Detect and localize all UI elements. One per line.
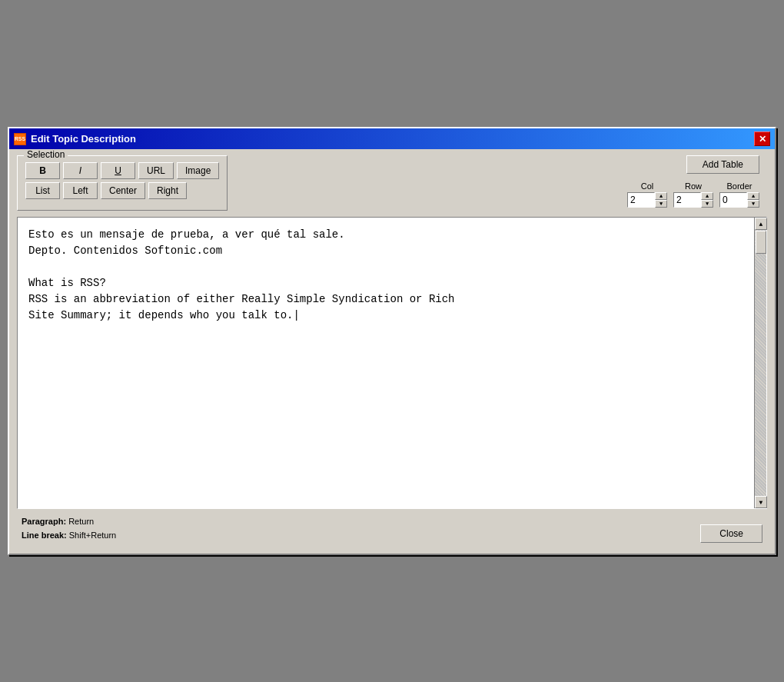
image-button[interactable]: Image [177,162,219,179]
border-spinner-buttons: ▲ ▼ [747,192,759,208]
paragraph-value: Return [68,517,94,526]
col-label: Col [641,181,654,191]
row-spinner: ▲ ▼ [673,192,713,208]
center-button[interactable]: Center [101,182,145,199]
left-button[interactable]: Left [63,182,98,199]
border-input[interactable] [719,192,747,208]
col-spinner-group: Col ▲ ▼ [627,181,667,208]
col-up-button[interactable]: ▲ [655,192,667,200]
btn-row-2: List Left Center Right [25,182,219,199]
selection-group: Selection B I U URL Image List Left Cent… [17,155,228,211]
window-body: Selection B I U URL Image List Left Cent… [9,149,775,553]
spinners-row: Col ▲ ▼ Row [627,181,759,208]
title-bar: RSS Edit Topic Description ✕ [9,128,775,149]
border-spinner: ▲ ▼ [719,192,759,208]
status-text: Paragraph: Return Line break: Shift+Retu… [22,515,116,542]
status-bar: Paragraph: Return Line break: Shift+Retu… [17,509,767,547]
window-icon: RSS [14,133,26,145]
window-close-button[interactable]: ✕ [754,131,770,146]
right-button[interactable]: Right [148,182,187,199]
row-input[interactable] [673,192,701,208]
url-button[interactable]: URL [138,162,174,179]
col-spinner: ▲ ▼ [627,192,667,208]
italic-button[interactable]: I [63,162,98,179]
line-break-label: Line break: [22,531,67,540]
border-up-button[interactable]: ▲ [747,192,759,200]
list-button[interactable]: List [25,182,60,199]
scroll-up-button[interactable]: ▲ [755,218,767,230]
row-down-button[interactable]: ▼ [701,200,713,208]
bold-button[interactable]: B [25,162,60,179]
content-area[interactable]: Esto es un mensaje de prueba, a ver qué … [17,217,767,509]
row-spinner-buttons: ▲ ▼ [701,192,713,208]
line-break-value: Shift+Return [69,531,116,540]
col-input[interactable] [627,192,655,208]
scroll-down-button[interactable]: ▼ [755,496,767,508]
table-controls: Add Table Col ▲ ▼ [243,155,767,208]
col-spinner-buttons: ▲ ▼ [655,192,667,208]
row-up-button[interactable]: ▲ [701,192,713,200]
border-down-button[interactable]: ▼ [747,200,759,208]
paragraph-line: Paragraph: Return [22,515,116,529]
col-down-button[interactable]: ▼ [655,200,667,208]
btn-row-1: B I U URL Image [25,162,219,179]
top-section: Selection B I U URL Image List Left Cent… [17,155,767,211]
paragraph-label: Paragraph: [22,517,66,526]
add-table-button[interactable]: Add Table [686,155,759,174]
border-label: Border [726,181,752,191]
line-break-line: Line break: Shift+Return [22,529,116,543]
close-button[interactable]: Close [700,524,762,543]
scroll-thumb[interactable] [756,231,766,254]
row-label: Row [685,181,702,191]
window-title: Edit Topic Description [31,133,136,145]
border-spinner-group: Border ▲ ▼ [719,181,759,208]
row-spinner-group: Row ▲ ▼ [673,181,713,208]
content-text[interactable]: Esto es un mensaje de prueba, a ver qué … [18,218,754,508]
scroll-track[interactable] [755,230,766,496]
scrollbar[interactable]: ▲ ▼ [754,218,766,508]
main-window: RSS Edit Topic Description ✕ Selection B… [8,127,776,554]
underline-button[interactable]: U [101,162,135,179]
title-bar-left: RSS Edit Topic Description [14,133,136,145]
selection-legend: Selection [24,149,68,160]
